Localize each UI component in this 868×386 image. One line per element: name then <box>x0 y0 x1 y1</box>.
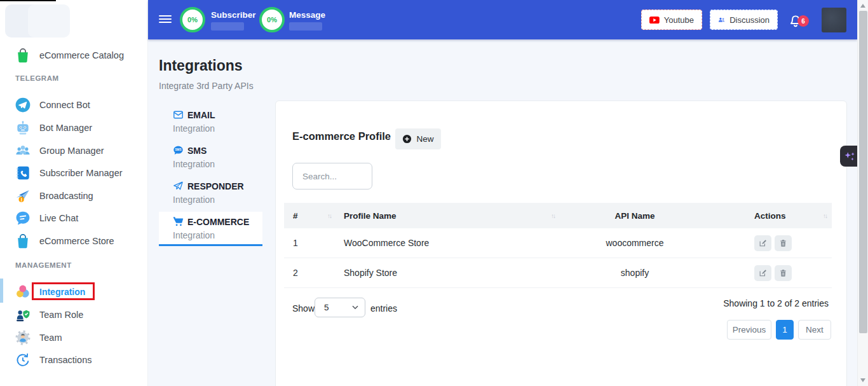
search-input[interactable] <box>292 163 372 190</box>
screenshot-artifact-line <box>0 0 56 1</box>
page-title: Integrations <box>159 57 243 74</box>
message-stat-label: Message <box>289 10 325 20</box>
col-label: API Name <box>614 211 654 221</box>
chevron-down-icon <box>352 305 358 310</box>
broadcast-plane-icon <box>15 188 31 204</box>
telegram-plane-icon <box>15 97 31 113</box>
users-icon <box>718 15 725 25</box>
col-header-actions[interactable]: Actions↑↓ <box>711 211 832 221</box>
shopping-bag-green-icon <box>15 47 31 64</box>
sidebar: eCommerce Catalog TELEGRAM Connect Bot B… <box>0 0 148 386</box>
user-group-icon <box>15 142 31 159</box>
history-clock-icon <box>15 352 31 368</box>
paper-plane-icon <box>173 181 184 191</box>
table-row: 1 WooCommerce Store woocommerce <box>284 228 832 258</box>
shopping-cart-icon <box>173 216 184 227</box>
col-header-num[interactable]: #↑↓ <box>284 211 335 221</box>
edit-button[interactable] <box>754 235 771 251</box>
pagination-next[interactable]: Next <box>798 320 831 340</box>
tab-sms-integration[interactable]: SMS SMS Integration <box>173 145 268 169</box>
message-percent: 0% <box>267 16 277 24</box>
sidebar-item-ecommerce-store[interactable]: eCommerce Store <box>15 233 142 249</box>
sort-icon: ↑↓ <box>823 212 832 219</box>
sidebar-item-transactions[interactable]: Transactions <box>15 352 142 368</box>
avatar[interactable] <box>822 8 846 32</box>
annotation-highlight-box <box>32 282 95 300</box>
sidebar-item-label: Team Role <box>39 310 83 320</box>
tab-email-integration[interactable]: EMAIL Integration <box>173 109 268 134</box>
shopping-bag-blue-icon <box>15 233 31 249</box>
message-stat-redacted <box>289 22 322 31</box>
sidebar-section-management: MANAGEMENT <box>15 261 72 269</box>
col-label: Actions <box>754 211 786 221</box>
show-label: Show <box>292 303 315 314</box>
scrollbar-up-arrow[interactable] <box>860 4 865 8</box>
cell-api-name: woocommerce <box>559 238 711 248</box>
sidebar-item-label: Transactions <box>39 355 92 365</box>
pagination-previous[interactable]: Previous <box>727 320 771 340</box>
ai-assistant-fab[interactable] <box>840 146 859 167</box>
sidebar-item-connect-bot[interactable]: Connect Bot <box>15 97 142 113</box>
col-label: Profile Name <box>344 211 397 221</box>
new-button[interactable]: New <box>395 128 441 149</box>
discussion-button[interactable]: Discussion <box>710 10 778 30</box>
sidebar-item-subscriber-manager[interactable]: Subscriber Manager <box>15 165 142 181</box>
notification-count-badge[interactable]: 6 <box>797 15 809 27</box>
sidebar-item-broadcasting[interactable]: Broadcasting <box>15 188 142 204</box>
cell-num: 1 <box>284 238 335 248</box>
app-root: eCommerce Catalog TELEGRAM Connect Bot B… <box>0 0 868 386</box>
edit-button[interactable] <box>754 265 771 281</box>
cell-num: 2 <box>284 268 335 278</box>
tab-title: RESPONDER <box>187 181 244 191</box>
vertical-scrollbar[interactable] <box>857 0 868 386</box>
subscriber-stat-label: Subscriber <box>211 10 256 20</box>
page-subtitle: Integrate 3rd Party APIs <box>159 81 254 91</box>
svg-text:SMS: SMS <box>175 148 182 151</box>
page-size-select[interactable]: 5 <box>315 298 365 317</box>
tab-title: EMAIL <box>187 110 215 120</box>
contact-book-icon <box>15 165 31 181</box>
scrollbar-thumb[interactable] <box>859 11 867 333</box>
plus-circle-icon <box>402 134 412 144</box>
envelope-icon <box>173 109 184 120</box>
sidebar-item-bot-manager[interactable]: Bot Manager <box>15 120 142 136</box>
cell-api-name: shopify <box>559 268 711 278</box>
sidebar-item-team[interactable]: Team <box>15 329 142 346</box>
col-header-profile-name[interactable]: Profile Name↑↓ <box>335 211 559 221</box>
sidebar-item-group-manager[interactable]: Group Manager <box>15 142 142 159</box>
app-logo-blur <box>28 4 70 38</box>
youtube-button[interactable]: Youtube <box>641 10 702 30</box>
sidebar-item-label: Group Manager <box>39 146 104 156</box>
sort-icon: ↑↓ <box>327 212 335 219</box>
cell-actions <box>711 265 832 281</box>
discussion-button-label: Discussion <box>729 15 770 25</box>
delete-button[interactable] <box>775 235 792 251</box>
sidebar-item-label: Subscriber Manager <box>39 168 123 178</box>
new-button-label: New <box>416 134 433 144</box>
cell-actions <box>711 235 832 251</box>
sidebar-item-label: Bot Manager <box>39 123 92 133</box>
chat-bubble-icon <box>15 210 31 226</box>
subscriber-progress-circle: 0% <box>180 7 205 32</box>
sidebar-item-label: eCommerce Catalog <box>39 50 124 60</box>
sidebar-section-telegram: TELEGRAM <box>15 74 59 82</box>
cell-profile-name: Shopify Store <box>335 268 559 278</box>
scrollbar-down-arrow[interactable] <box>860 378 865 382</box>
sidebar-item-label: Live Chat <box>39 213 78 223</box>
tab-ecommerce-integration[interactable]: E-COMMERCE Integration <box>173 216 268 240</box>
tab-subtitle: Integration <box>173 159 268 169</box>
sidebar-item-team-role[interactable]: Team Role <box>15 307 142 323</box>
col-label: # <box>293 211 298 221</box>
delete-button[interactable] <box>775 265 792 281</box>
gear-user-icon <box>15 329 31 346</box>
sidebar-item-live-chat[interactable]: Live Chat <box>15 210 142 226</box>
tab-responder-integration[interactable]: RESPONDER Integration <box>173 181 268 205</box>
sidebar-item-ecommerce-catalog[interactable]: eCommerce Catalog <box>15 47 142 64</box>
col-header-api-name[interactable]: API Name <box>559 211 711 221</box>
table-header: #↑↓ Profile Name↑↓ API Name Actions↑↓ <box>284 203 832 228</box>
tab-title: SMS <box>187 146 207 156</box>
hamburger-menu-icon[interactable] <box>159 15 172 23</box>
sidebar-item-label: Team <box>39 333 62 343</box>
card-heading: E-commerce Profile <box>292 130 391 142</box>
pagination-page-1[interactable]: 1 <box>776 320 794 340</box>
